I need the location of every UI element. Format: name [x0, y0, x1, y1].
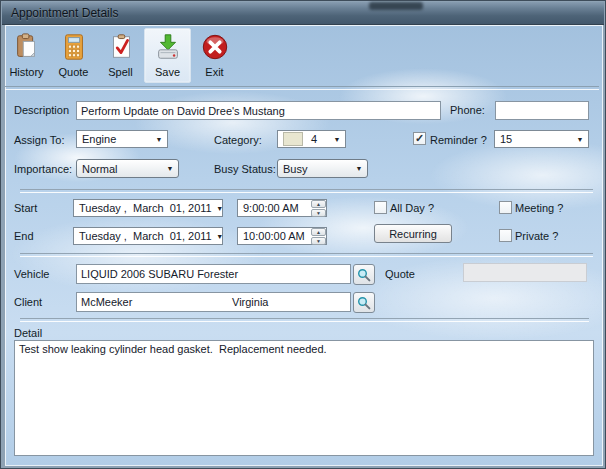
chevron-down-icon: ▼ — [572, 136, 588, 143]
end-date-value: Tuesday , March 01, 2011 — [79, 230, 212, 242]
meeting-label: Meeting ? — [515, 202, 563, 214]
description-input[interactable] — [76, 101, 441, 120]
reminder-minutes-dropdown[interactable]: 15 ▼ — [494, 130, 589, 148]
section-separator — [20, 318, 589, 322]
reminder-checkbox[interactable]: ✓ — [413, 132, 426, 145]
save-button[interactable]: Save — [144, 28, 191, 83]
reminder-minutes-value: 15 — [500, 133, 572, 145]
chevron-down-icon: ▼ — [212, 205, 228, 212]
detail-textarea[interactable]: Test show leaking cylinder head gasket. … — [14, 340, 594, 456]
history-button[interactable]: History — [3, 28, 50, 83]
quote-field-label: Quote — [385, 268, 415, 280]
all-day-label: All Day ? — [390, 202, 434, 214]
private-checkbox[interactable] — [499, 229, 512, 242]
chevron-down-icon: ▼ — [212, 233, 228, 240]
redacted-text — [369, 2, 423, 10]
category-value: 4 — [311, 133, 329, 145]
save-label: Save — [155, 66, 180, 78]
end-date-dropdown[interactable]: Tuesday , March 01, 2011 ▼ — [73, 227, 223, 245]
exit-button[interactable]: Exit — [191, 28, 238, 83]
appointment-details-window: Appointment Details History Quote — [0, 0, 606, 469]
spin-up-icon[interactable]: ▲ — [311, 200, 326, 208]
importance-label: Importance: — [14, 163, 72, 175]
quote-button[interactable]: Quote — [50, 28, 97, 83]
start-date-value: Tuesday , March 01, 2011 — [79, 202, 212, 214]
spin-down-icon[interactable]: ▼ — [311, 237, 326, 245]
private-label: Private ? — [515, 230, 558, 242]
recurring-button[interactable]: Recurring — [374, 224, 452, 243]
end-time-spinner[interactable]: 10:00:00 AM ▲ ▼ — [237, 227, 327, 245]
all-day-checkbox[interactable] — [374, 201, 387, 214]
client-input[interactable]: McMeeker Virginia — [76, 292, 351, 312]
assign-to-label: Assign To: — [14, 134, 65, 146]
window-title: Appointment Details — [11, 6, 118, 20]
meeting-checkbox[interactable] — [499, 201, 512, 214]
spin-up-icon[interactable]: ▲ — [311, 228, 326, 236]
importance-value: Normal — [82, 163, 162, 175]
vehicle-search-button[interactable] — [353, 264, 375, 285]
category-dropdown[interactable]: 4 ▼ — [277, 130, 346, 148]
spell-label: Spell — [108, 66, 132, 78]
description-label: Description — [14, 104, 69, 116]
chevron-down-icon: ▼ — [162, 165, 178, 172]
client-label: Client — [14, 296, 42, 308]
quote-label: Quote — [59, 66, 89, 78]
category-label: Category: — [214, 134, 262, 146]
assign-to-value: Engine — [82, 133, 151, 145]
busy-status-value: Busy — [283, 163, 351, 175]
category-color-swatch — [283, 132, 303, 146]
search-icon — [357, 268, 371, 282]
history-icon — [12, 32, 42, 62]
title-bar[interactable]: Appointment Details — [2, 2, 604, 25]
client-first-name: Virginia — [232, 296, 269, 308]
phone-input[interactable] — [495, 101, 589, 120]
vehicle-input[interactable] — [76, 264, 351, 284]
exit-label: Exit — [205, 66, 223, 78]
save-icon — [153, 32, 183, 62]
start-date-dropdown[interactable]: Tuesday , March 01, 2011 ▼ — [73, 199, 223, 217]
detail-label: Detail — [14, 327, 42, 339]
end-label: End — [14, 230, 34, 242]
search-icon — [357, 296, 371, 310]
client-last-name: McMeeker — [81, 296, 132, 308]
start-time-value: 9:00:00 AM — [243, 202, 311, 214]
history-label: History — [9, 66, 43, 78]
start-label: Start — [14, 202, 37, 214]
exit-icon — [200, 32, 230, 62]
quote-calculator-icon — [59, 32, 89, 62]
importance-dropdown[interactable]: Normal ▼ — [76, 159, 179, 178]
recurring-button-label: Recurring — [389, 228, 437, 240]
spin-down-icon[interactable]: ▼ — [311, 209, 326, 217]
reminder-label: Reminder ? — [430, 134, 487, 146]
check-icon: ✓ — [415, 132, 424, 144]
client-search-button[interactable] — [353, 292, 375, 313]
section-separator — [20, 189, 593, 193]
spell-check-icon — [106, 32, 136, 62]
end-time-value: 10:00:00 AM — [243, 230, 311, 242]
start-time-spinner[interactable]: 9:00:00 AM ▲ ▼ — [237, 199, 327, 217]
chevron-down-icon: ▼ — [329, 136, 345, 143]
chevron-down-icon: ▼ — [351, 165, 367, 172]
section-separator — [20, 253, 593, 257]
chevron-down-icon: ▼ — [151, 136, 167, 143]
assign-to-dropdown[interactable]: Engine ▼ — [76, 130, 168, 148]
vehicle-label: Vehicle — [14, 268, 49, 280]
toolbar-separator — [5, 86, 599, 90]
busy-status-dropdown[interactable]: Busy ▼ — [277, 159, 368, 178]
quote-readonly-field — [463, 263, 587, 282]
spell-button[interactable]: Spell — [97, 28, 144, 83]
phone-label: Phone: — [450, 104, 485, 116]
busy-status-label: Busy Status: — [214, 163, 276, 175]
